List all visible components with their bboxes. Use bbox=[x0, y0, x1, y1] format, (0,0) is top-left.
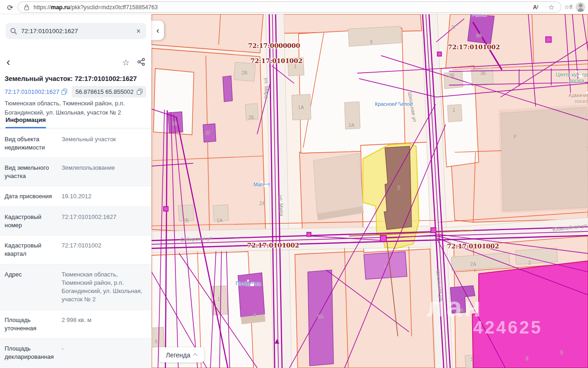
search-box[interactable]: × bbox=[6, 23, 146, 39]
parcel-chips: 72:17:0101002:1627 56.878615 65.855002 bbox=[5, 86, 148, 98]
info-row-value: Тюменская область, Тюменский район, р.п.… bbox=[62, 270, 147, 304]
info-row: Площадь уточненная2 998 кв. м bbox=[0, 310, 152, 338]
legend-label: Легенда bbox=[166, 351, 190, 359]
info-row-label: Площадь декларированная bbox=[5, 345, 56, 361]
map-canvas[interactable] bbox=[152, 14, 588, 368]
address-bar[interactable]: https://map.ru/pkk?ysclid=mdzx0tcff71588… bbox=[17, 1, 561, 13]
chevron-up-icon bbox=[193, 353, 198, 358]
info-row-label: Кадастровый номер bbox=[5, 213, 56, 229]
info-row: Дата присвоения19.10.2012 bbox=[0, 186, 152, 207]
legend-button[interactable]: Легенда bbox=[159, 347, 204, 362]
info-row-value: - bbox=[62, 345, 147, 361]
tab-bar: Информация bbox=[0, 116, 152, 128]
highlighted-quarter[interactable] bbox=[472, 261, 588, 368]
read-aloud-icon[interactable]: A) bbox=[533, 4, 538, 11]
poi-marker[interactable]: Администрация поселения bbox=[560, 92, 588, 104]
sidebar-toolbar: ‹ ☆ bbox=[0, 57, 152, 69]
url-text: https://map.ru/pkk?ysclid=mdzx0tcff71588… bbox=[34, 4, 158, 11]
info-row-label: Адрес bbox=[5, 270, 56, 304]
info-row-label: Площадь уточненная bbox=[5, 316, 56, 332]
poi-label: Пятёрочка bbox=[220, 281, 276, 287]
poi-marker[interactable]: Красное&Белое bbox=[366, 101, 421, 107]
info-row-label: Вид объекта недвижимости bbox=[5, 135, 56, 151]
poi-label: Рынок bbox=[452, 14, 507, 17]
poi-marker[interactable]: Пятёрочка bbox=[220, 281, 276, 287]
poi-marker[interactable]: Центр культуры и досуга bbox=[549, 72, 588, 84]
profile-avatar[interactable] bbox=[576, 2, 585, 12]
info-row-value: 2 998 кв. м bbox=[62, 316, 147, 332]
poi-label: Красное&Белое bbox=[366, 101, 421, 107]
info-sidebar: × ‹ ☆ Земельный участок: 72:17:0101002:1… bbox=[0, 14, 152, 368]
back-button[interactable]: ‹ bbox=[6, 57, 10, 68]
search-icon bbox=[10, 28, 17, 34]
info-row: АдресТюменская область, Тюменский район,… bbox=[0, 264, 152, 310]
info-row: Вид объекта недвижимостиЗемельный участо… bbox=[0, 129, 152, 157]
info-row-label: Дата присвоения bbox=[5, 192, 56, 201]
info-table: Вид объекта недвижимостиЗемельный участо… bbox=[0, 129, 152, 368]
lock-icon[interactable] bbox=[24, 6, 29, 10]
info-row-label: Вид земельного участка bbox=[5, 164, 56, 180]
sidebar-collapse-button[interactable]: ‹ bbox=[152, 21, 164, 40]
clear-search-icon[interactable]: × bbox=[136, 27, 141, 35]
copy-icon[interactable] bbox=[137, 89, 142, 95]
search-input[interactable] bbox=[21, 28, 136, 34]
info-row: Площадь декларированная- bbox=[0, 338, 152, 367]
poi-label: Магнит bbox=[234, 182, 289, 188]
info-row-value: 19.10.2012 bbox=[62, 192, 147, 201]
info-row-label: Кадастровый квартал bbox=[5, 242, 56, 258]
info-row: Вид земельного участкаЗемлепользование bbox=[0, 157, 152, 186]
poi-marker[interactable]: Рынок bbox=[452, 14, 507, 17]
browser-chrome: ⟳ https://map.ru/pkk?ysclid=mdzx0tcff715… bbox=[0, 0, 588, 14]
favorite-button[interactable]: ☆ bbox=[122, 58, 130, 68]
info-row: Кадастровый номер72:17:0101002:1627 bbox=[0, 207, 152, 235]
info-row-value: Земельный участок bbox=[62, 135, 147, 151]
refresh-icon[interactable]: ⟳ bbox=[5, 2, 16, 13]
info-row-value: Землепользование bbox=[62, 164, 147, 180]
poi-marker[interactable]: Магнит bbox=[234, 182, 289, 188]
parcel-address: Тюменская область, Тюменский район, р.п.… bbox=[5, 99, 145, 117]
cadastral-number-link[interactable]: 72:17:0101002:1627 bbox=[5, 88, 67, 95]
poi-label: Центр культуры и досуга bbox=[549, 72, 588, 84]
favorites-list-icon[interactable]: ☆ bbox=[564, 4, 571, 10]
add-favorite-icon[interactable]: ☆ bbox=[548, 3, 554, 12]
copy-icon[interactable] bbox=[62, 89, 67, 95]
cadastral-map[interactable]: 72:17:000000072:17:010100272:17:01010027… bbox=[152, 14, 588, 368]
parcel-title: Земельный участок: 72:17:0101002:1627 bbox=[5, 75, 148, 82]
coordinates-chip[interactable]: 56.878615 65.855002 bbox=[72, 86, 146, 98]
info-row: Кадастровый квартал72:17:0101002 bbox=[0, 235, 152, 264]
share-icon bbox=[137, 58, 145, 66]
tab-information[interactable]: Информация bbox=[6, 116, 46, 128]
info-row-value: 72:17:0101002 bbox=[62, 242, 147, 258]
share-button[interactable] bbox=[137, 58, 145, 67]
poi-label: Администрация поселения bbox=[560, 92, 588, 104]
info-row-value: 72:17:0101002:1627 bbox=[62, 213, 147, 229]
